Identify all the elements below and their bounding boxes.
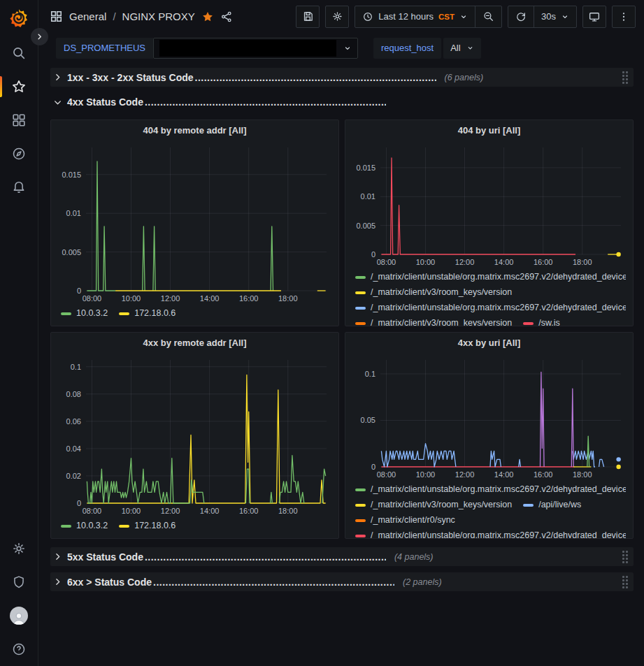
legend-item[interactable]: 172.18.0.6 bbox=[119, 307, 176, 319]
row-drag-handle[interactable] bbox=[621, 574, 629, 590]
svg-text:16:00: 16:00 bbox=[239, 294, 259, 303]
chart-legend: /_matrix/client/unstable/org.matrix.msc2… bbox=[352, 269, 626, 326]
legend-color-marker bbox=[119, 525, 129, 528]
legend-item[interactable]: 10.0.3.2 bbox=[61, 520, 108, 532]
sidebar-item-help[interactable] bbox=[0, 632, 38, 666]
panel-404-by-remote-addr: 404 by remote addr [All] 00.0050.010.015… bbox=[50, 120, 339, 326]
legend-label[interactable]: /api/live/ws bbox=[538, 499, 581, 511]
more-options-button[interactable] bbox=[612, 6, 636, 28]
legend-label[interactable]: 10.0.3.2 bbox=[76, 520, 108, 532]
zoom-out-button[interactable] bbox=[475, 6, 501, 27]
dashboard-settings-button[interactable] bbox=[325, 6, 349, 28]
row-drag-handle[interactable] bbox=[621, 70, 629, 85]
refresh-button[interactable] bbox=[508, 6, 534, 27]
save-dashboard-button[interactable] bbox=[296, 6, 320, 28]
datasource-variable-select[interactable] bbox=[153, 38, 358, 59]
legend-label[interactable]: /_matrix/client/r0/sync bbox=[371, 514, 455, 526]
expand-sidebar-button[interactable] bbox=[31, 28, 48, 45]
svg-text:18:00: 18:00 bbox=[573, 470, 592, 479]
breadcrumb-folder[interactable]: General bbox=[69, 10, 106, 22]
legend-label[interactable]: /sw.js bbox=[538, 317, 560, 326]
sidebar-item-configuration[interactable] bbox=[0, 532, 38, 565]
panel-grid: 404 by remote addr [All] 00.0050.010.015… bbox=[50, 120, 634, 539]
row-title[interactable]: 4xx Status Code bbox=[67, 96, 143, 108]
legend-label[interactable]: 172.18.0.6 bbox=[134, 520, 176, 532]
legend-label[interactable]: 10.0.3.2 bbox=[76, 307, 108, 319]
legend-color-marker bbox=[355, 276, 366, 279]
row-title[interactable]: 5xx Status Code bbox=[67, 551, 143, 563]
sidebar-item-dashboards[interactable] bbox=[0, 103, 38, 137]
chart-legend: /_matrix/client/unstable/org.matrix.msc2… bbox=[352, 482, 626, 538]
legend-item[interactable]: 10.0.3.2 bbox=[61, 307, 108, 319]
sidebar-item-starred[interactable] bbox=[0, 70, 38, 103]
sidebar-item-alerting[interactable] bbox=[0, 171, 38, 204]
timeseries-chart[interactable]: 00.050.108:0010:0012:0014:0016:0018:00 bbox=[352, 353, 626, 482]
legend-item[interactable]: /_matrix/client/v3/room_keys/version bbox=[355, 287, 512, 298]
row-1xx-3xx-2xx[interactable]: 1xx - 3xx - 2xx Status Code ............… bbox=[50, 68, 634, 87]
legend-item[interactable]: /_matrix/client/r0/sync bbox=[355, 514, 455, 526]
row-4xx[interactable]: 4xx Status Code ........................… bbox=[50, 93, 634, 111]
legend-item[interactable]: /api/live/ws bbox=[523, 499, 581, 511]
legend-label[interactable]: /_matrix/client/unstable/org.matrix.msc2… bbox=[371, 484, 626, 495]
legend-color-marker bbox=[355, 307, 366, 310]
panel-title[interactable]: 404 by uri [All] bbox=[352, 120, 626, 140]
sidebar-item-server-admin[interactable] bbox=[0, 565, 38, 599]
legend-item[interactable]: /_matrix/client/v3/room_keys/version bbox=[355, 499, 512, 511]
legend-label[interactable]: /_matrix/client/unstable/org.matrix.msc2… bbox=[371, 530, 626, 538]
timeseries-chart[interactable]: 00.020.040.060.080.108:0010:0012:0014:00… bbox=[58, 353, 331, 518]
legend-label[interactable]: /_matrix/client/v3/room_keys/version bbox=[371, 287, 512, 298]
row-title[interactable]: 6xx > Status Code bbox=[67, 577, 152, 588]
panel-title[interactable]: 404 by remote addr [All] bbox=[58, 120, 331, 140]
time-range-picker[interactable]: Last 12 hours CST bbox=[355, 6, 475, 27]
legend-label[interactable]: /_matrix/client/v3/room_keys/version bbox=[371, 317, 512, 326]
cycle-view-mode-button[interactable] bbox=[582, 6, 606, 28]
svg-text:0.015: 0.015 bbox=[356, 164, 375, 172]
svg-text:0.1: 0.1 bbox=[365, 370, 375, 378]
active-indicator bbox=[0, 76, 2, 97]
legend-label[interactable]: /_matrix/client/unstable/org.matrix.msc2… bbox=[371, 302, 626, 314]
legend-label[interactable]: /_matrix/client/unstable/org.matrix.msc2… bbox=[371, 271, 626, 283]
timeseries-chart[interactable]: 00.0050.010.01508:0010:0012:0014:0016:00… bbox=[58, 140, 331, 305]
svg-text:0: 0 bbox=[77, 287, 81, 295]
svg-text:14:00: 14:00 bbox=[200, 294, 220, 303]
legend-item[interactable]: 172.18.0.6 bbox=[119, 520, 176, 532]
svg-text:0: 0 bbox=[371, 250, 375, 259]
legend-item[interactable]: /_matrix/client/unstable/org.matrix.msc2… bbox=[355, 530, 626, 538]
legend-label[interactable]: /_matrix/client/v3/room_keys/version bbox=[371, 499, 512, 511]
legend-item[interactable]: /_matrix/client/unstable/org.matrix.msc2… bbox=[355, 302, 626, 314]
request-host-variable-select[interactable]: All bbox=[443, 38, 480, 59]
dashboard-toolbar: Last 12 hours CST bbox=[290, 6, 636, 28]
row-title[interactable]: 1xx - 3xx - 2xx Status Code bbox=[67, 72, 194, 83]
datasource-variable-label[interactable]: DS_PROMETHEUS bbox=[56, 38, 153, 59]
legend-color-marker bbox=[355, 488, 366, 491]
svg-text:0.08: 0.08 bbox=[66, 390, 81, 398]
sidebar-item-profile[interactable] bbox=[0, 599, 38, 632]
svg-text:0.05: 0.05 bbox=[361, 416, 375, 424]
share-icon[interactable] bbox=[220, 10, 233, 23]
panel-title[interactable]: 4xx by uri [All] bbox=[352, 333, 626, 353]
row-6xx[interactable]: 6xx > Status Code ......................… bbox=[50, 572, 634, 591]
chevron-right-icon bbox=[53, 73, 62, 82]
legend-item[interactable]: /_matrix/client/v3/room_keys/version bbox=[355, 317, 512, 326]
legend-item[interactable]: /sw.js bbox=[523, 317, 560, 326]
row-5xx[interactable]: 5xx Status Code ........................… bbox=[50, 547, 634, 566]
star-filled-icon[interactable] bbox=[201, 10, 214, 23]
panel-title[interactable]: 4xx by remote addr [All] bbox=[58, 333, 331, 353]
refresh-interval-picker[interactable]: 30s bbox=[534, 6, 576, 27]
timeseries-chart[interactable]: 00.0050.010.01508:0010:0012:0014:0016:00… bbox=[352, 140, 626, 269]
svg-text:0.1: 0.1 bbox=[71, 363, 81, 371]
svg-text:18:00: 18:00 bbox=[573, 258, 592, 266]
svg-text:0.01: 0.01 bbox=[361, 192, 375, 201]
svg-text:08:00: 08:00 bbox=[83, 507, 102, 515]
svg-text:10:00: 10:00 bbox=[122, 294, 141, 303]
dashboard-title[interactable]: NGINX PROXY bbox=[122, 10, 195, 22]
sidebar bbox=[0, 0, 38, 666]
time-range-label: Last 12 hours bbox=[378, 11, 434, 22]
row-drag-handle[interactable] bbox=[621, 549, 629, 565]
legend-item[interactable]: /_matrix/client/unstable/org.matrix.msc2… bbox=[355, 484, 626, 495]
sidebar-item-explore[interactable] bbox=[0, 137, 38, 171]
datasource-value-redacted bbox=[159, 40, 336, 57]
legend-label[interactable]: 172.18.0.6 bbox=[134, 307, 176, 319]
request-host-variable-label[interactable]: request_host bbox=[373, 38, 441, 59]
legend-item[interactable]: /_matrix/client/unstable/org.matrix.msc2… bbox=[355, 271, 626, 283]
